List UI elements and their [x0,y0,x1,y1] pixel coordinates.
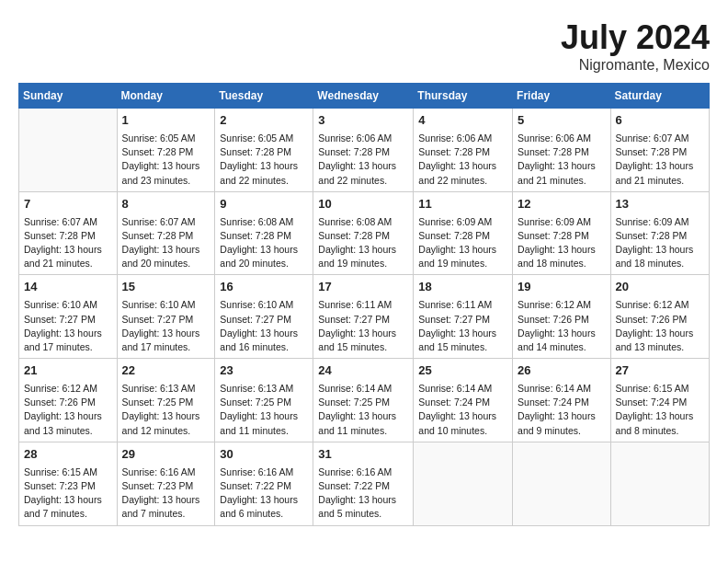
day-number: 13 [616,196,704,213]
day-number: 6 [616,112,704,130]
day-number: 31 [318,446,408,464]
day-info: Sunrise: 6:12 AM Sunset: 7:26 PM Dayligh… [24,382,112,438]
day-info: Sunrise: 6:09 AM Sunset: 7:28 PM Dayligh… [616,215,704,271]
day-info: Sunrise: 6:07 AM Sunset: 7:28 PM Dayligh… [122,215,210,271]
day-info: Sunrise: 6:14 AM Sunset: 7:25 PM Dayligh… [318,382,408,438]
calendar-week-row: 28Sunrise: 6:15 AM Sunset: 7:23 PM Dayli… [19,442,710,525]
day-info: Sunrise: 6:09 AM Sunset: 7:28 PM Dayligh… [518,215,606,271]
day-info: Sunrise: 6:10 AM Sunset: 7:27 PM Dayligh… [24,298,112,354]
calendar-cell [513,442,611,525]
day-number: 5 [518,112,606,130]
day-of-week-header: Tuesday [215,84,313,109]
day-info: Sunrise: 6:09 AM Sunset: 7:28 PM Dayligh… [418,215,507,271]
calendar-cell: 8Sunrise: 6:07 AM Sunset: 7:28 PM Daylig… [117,191,215,275]
title-block: July 2024 Nigromante, Mexico [561,18,710,74]
day-of-week-header: Wednesday [313,84,414,109]
calendar-cell: 25Sunrise: 6:14 AM Sunset: 7:24 PM Dayli… [414,359,513,442]
day-info: Sunrise: 6:12 AM Sunset: 7:26 PM Dayligh… [518,298,606,354]
day-number: 26 [518,362,606,380]
day-number: 24 [318,362,408,380]
calendar-cell: 26Sunrise: 6:14 AM Sunset: 7:24 PM Dayli… [513,359,611,442]
calendar-table: SundayMondayTuesdayWednesdayThursdayFrid… [18,83,710,526]
day-info: Sunrise: 6:16 AM Sunset: 7:23 PM Dayligh… [122,465,210,522]
day-info: Sunrise: 6:15 AM Sunset: 7:23 PM Dayligh… [24,465,112,522]
day-of-week-header: Friday [513,84,611,109]
day-info: Sunrise: 6:16 AM Sunset: 7:22 PM Dayligh… [220,465,308,522]
calendar-cell: 31Sunrise: 6:16 AM Sunset: 7:22 PM Dayli… [313,442,414,525]
day-of-week-header: Sunday [19,84,118,109]
calendar-week-row: 21Sunrise: 6:12 AM Sunset: 7:26 PM Dayli… [19,359,710,442]
calendar-cell: 18Sunrise: 6:11 AM Sunset: 7:27 PM Dayli… [414,275,513,359]
calendar-cell: 9Sunrise: 6:08 AM Sunset: 7:28 PM Daylig… [215,191,313,275]
calendar-cell: 7Sunrise: 6:07 AM Sunset: 7:28 PM Daylig… [19,191,118,275]
day-info: Sunrise: 6:10 AM Sunset: 7:27 PM Dayligh… [220,298,308,354]
calendar-cell: 24Sunrise: 6:14 AM Sunset: 7:25 PM Dayli… [313,359,414,442]
day-info: Sunrise: 6:15 AM Sunset: 7:24 PM Dayligh… [616,382,704,438]
calendar-cell: 1Sunrise: 6:05 AM Sunset: 7:28 PM Daylig… [117,109,215,192]
day-info: Sunrise: 6:10 AM Sunset: 7:27 PM Dayligh… [122,298,210,354]
calendar-week-row: 1Sunrise: 6:05 AM Sunset: 7:28 PM Daylig… [19,109,710,192]
calendar-cell: 29Sunrise: 6:16 AM Sunset: 7:23 PM Dayli… [117,442,215,525]
day-number: 1 [122,112,210,130]
day-of-week-header: Thursday [414,84,513,109]
day-number: 18 [418,279,507,296]
day-number: 20 [616,279,704,296]
day-info: Sunrise: 6:13 AM Sunset: 7:25 PM Dayligh… [220,382,308,438]
day-number: 15 [122,279,210,296]
calendar-cell [19,109,118,192]
day-number: 16 [220,279,308,296]
day-info: Sunrise: 6:08 AM Sunset: 7:28 PM Dayligh… [220,215,308,271]
day-of-week-header: Saturday [610,84,709,109]
day-info: Sunrise: 6:13 AM Sunset: 7:25 PM Dayligh… [122,382,210,438]
day-number: 3 [318,112,408,130]
calendar-cell [414,442,513,525]
calendar-week-row: 7Sunrise: 6:07 AM Sunset: 7:28 PM Daylig… [19,191,710,275]
day-of-week-header: Monday [117,84,215,109]
calendar-cell: 14Sunrise: 6:10 AM Sunset: 7:27 PM Dayli… [19,275,118,359]
day-number: 14 [24,279,112,296]
day-number: 7 [24,196,112,213]
day-info: Sunrise: 6:06 AM Sunset: 7:28 PM Dayligh… [418,132,507,188]
day-number: 29 [122,446,210,464]
day-info: Sunrise: 6:11 AM Sunset: 7:27 PM Dayligh… [418,298,507,354]
day-info: Sunrise: 6:06 AM Sunset: 7:28 PM Dayligh… [518,132,606,188]
day-number: 22 [122,362,210,380]
calendar-cell: 3Sunrise: 6:06 AM Sunset: 7:28 PM Daylig… [313,109,414,192]
calendar-cell: 21Sunrise: 6:12 AM Sunset: 7:26 PM Dayli… [19,359,118,442]
calendar-cell: 30Sunrise: 6:16 AM Sunset: 7:22 PM Dayli… [215,442,313,525]
day-number: 19 [518,279,606,296]
location: Nigromante, Mexico [561,57,710,74]
day-number: 2 [220,112,308,130]
day-info: Sunrise: 6:16 AM Sunset: 7:22 PM Dayligh… [318,465,408,522]
calendar-cell: 4Sunrise: 6:06 AM Sunset: 7:28 PM Daylig… [414,109,513,192]
calendar-cell: 17Sunrise: 6:11 AM Sunset: 7:27 PM Dayli… [313,275,414,359]
page-header: General Blue July 2024 Nigromante, Mexic… [18,18,710,74]
day-number: 21 [24,362,112,380]
calendar-cell: 15Sunrise: 6:10 AM Sunset: 7:27 PM Dayli… [117,275,215,359]
day-number: 23 [220,362,308,380]
calendar-cell [610,442,709,525]
day-info: Sunrise: 6:06 AM Sunset: 7:28 PM Dayligh… [318,132,408,188]
day-info: Sunrise: 6:07 AM Sunset: 7:28 PM Dayligh… [616,132,704,188]
calendar-cell: 13Sunrise: 6:09 AM Sunset: 7:28 PM Dayli… [610,191,709,275]
day-number: 10 [318,196,408,213]
calendar-header-row: SundayMondayTuesdayWednesdayThursdayFrid… [19,84,710,109]
calendar-cell: 19Sunrise: 6:12 AM Sunset: 7:26 PM Dayli… [513,275,611,359]
month-title: July 2024 [561,18,710,57]
calendar-cell: 5Sunrise: 6:06 AM Sunset: 7:28 PM Daylig… [513,109,611,192]
day-number: 8 [122,196,210,213]
calendar-cell: 10Sunrise: 6:08 AM Sunset: 7:28 PM Dayli… [313,191,414,275]
day-number: 30 [220,446,308,464]
day-number: 27 [616,362,704,380]
day-info: Sunrise: 6:11 AM Sunset: 7:27 PM Dayligh… [318,298,408,354]
day-number: 25 [418,362,507,380]
calendar-cell: 27Sunrise: 6:15 AM Sunset: 7:24 PM Dayli… [610,359,709,442]
calendar-cell: 20Sunrise: 6:12 AM Sunset: 7:26 PM Dayli… [610,275,709,359]
calendar-cell: 23Sunrise: 6:13 AM Sunset: 7:25 PM Dayli… [215,359,313,442]
calendar-cell: 12Sunrise: 6:09 AM Sunset: 7:28 PM Dayli… [513,191,611,275]
calendar-week-row: 14Sunrise: 6:10 AM Sunset: 7:27 PM Dayli… [19,275,710,359]
day-info: Sunrise: 6:14 AM Sunset: 7:24 PM Dayligh… [418,382,507,438]
calendar-cell: 6Sunrise: 6:07 AM Sunset: 7:28 PM Daylig… [610,109,709,192]
calendar-cell: 2Sunrise: 6:05 AM Sunset: 7:28 PM Daylig… [215,109,313,192]
day-number: 9 [220,196,308,213]
